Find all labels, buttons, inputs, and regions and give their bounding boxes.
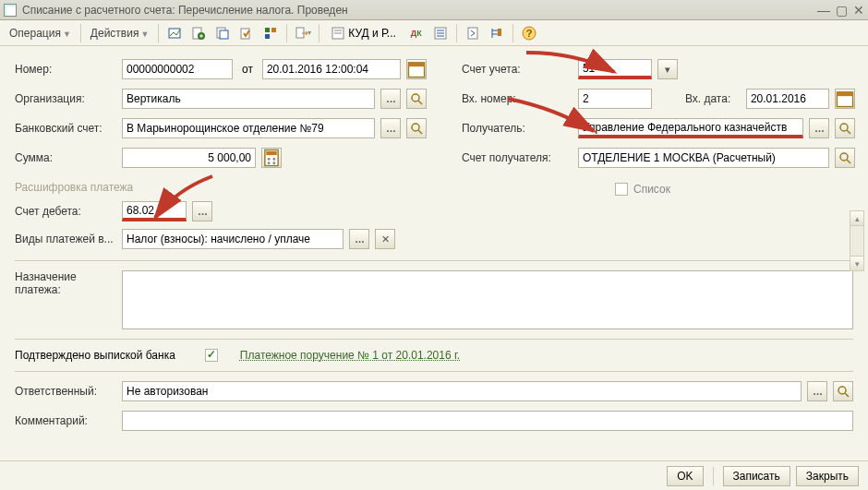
svg-point-39 — [840, 124, 848, 131]
pay-types-clear-button[interactable]: ✕ — [375, 229, 395, 249]
menu-actions[interactable]: Действия▼ — [87, 25, 153, 42]
tbtn-tree-icon[interactable] — [487, 23, 507, 43]
tbtn-dk-icon[interactable]: ДК — [406, 23, 427, 43]
form-content: Номер: от Организация: Банковский счет: … — [0, 46, 868, 440]
svg-point-35 — [268, 161, 271, 164]
sum-field[interactable] — [122, 148, 256, 168]
write-button[interactable]: Записать — [723, 466, 790, 486]
rec-account-field[interactable] — [578, 148, 829, 168]
account-dropdown-button[interactable]: ▾ — [657, 59, 678, 79]
window-title: Списание с расчетного счета: Перечислени… — [22, 4, 817, 17]
date-calendar-button[interactable] — [406, 59, 427, 79]
pay-types-label: Виды платежей в... — [15, 233, 116, 245]
tbtn-register-icon[interactable] — [430, 23, 451, 43]
svg-rect-32 — [266, 151, 276, 155]
close-form-button[interactable]: Закрыть — [796, 466, 859, 486]
toolbar: Операция▼ Действия▼ ▾ КУД и Р... ДК ? — [0, 20, 868, 46]
confirm-checkbox[interactable] — [205, 349, 218, 362]
pay-types-field[interactable] — [122, 229, 344, 249]
svg-line-30 — [418, 130, 422, 134]
purpose-label: Назначение платежа: — [15, 270, 116, 296]
svg-line-44 — [845, 393, 849, 397]
sum-label: Сумма: — [15, 151, 116, 164]
comment-label: Комментарий: — [15, 414, 116, 427]
org-lookup-button[interactable] — [380, 89, 401, 109]
rec-account-label: Счет получателя: — [462, 151, 573, 164]
tbtn-create-based-icon[interactable]: ▾ — [293, 23, 313, 43]
resp-field[interactable] — [122, 381, 802, 401]
recipient-open-button[interactable] — [835, 118, 855, 138]
tbtn-add-icon[interactable] — [188, 23, 209, 43]
account-field[interactable] — [578, 59, 652, 79]
maximize-button[interactable]: ▢ — [836, 4, 848, 17]
in-num-label: Вх. номер: — [462, 92, 573, 105]
svg-point-29 — [412, 124, 419, 131]
svg-rect-17 — [468, 28, 477, 39]
section-title: Расшифровка платежа — [15, 181, 440, 194]
tbtn-structure-icon[interactable] — [260, 23, 281, 43]
number-field[interactable] — [122, 59, 233, 79]
in-date-label: Вх. дата: — [685, 92, 741, 105]
svg-line-40 — [847, 130, 850, 134]
bank-lookup-button[interactable] — [380, 118, 401, 138]
debit-lookup-button[interactable] — [192, 201, 212, 221]
svg-line-42 — [847, 160, 850, 163]
svg-point-33 — [268, 158, 271, 161]
minimize-button[interactable]: — — [817, 4, 830, 17]
footer-bar: OK Записать Закрыть — [0, 460, 868, 490]
debit-field[interactable] — [122, 201, 187, 221]
resp-lookup-button[interactable] — [807, 381, 827, 401]
recipient-field[interactable] — [578, 118, 803, 138]
confirm-label: Подтверждено выпиской банка — [15, 349, 175, 362]
svg-rect-26 — [408, 63, 424, 66]
svg-rect-6 — [265, 28, 270, 32]
from-label: от — [242, 63, 253, 76]
svg-point-27 — [412, 94, 419, 102]
resp-open-button[interactable] — [833, 381, 853, 401]
debit-label: Счет дебета: — [15, 205, 116, 218]
svg-rect-7 — [271, 28, 276, 32]
date-field[interactable] — [262, 59, 401, 79]
org-field[interactable] — [122, 89, 375, 109]
tbtn-post-icon[interactable] — [236, 23, 257, 43]
svg-rect-21 — [498, 29, 501, 32]
in-num-field[interactable] — [578, 89, 652, 109]
rec-account-open-button[interactable] — [835, 148, 855, 168]
ok-button[interactable]: OK — [667, 466, 703, 486]
svg-rect-22 — [498, 32, 501, 36]
window-titlebar: Списание с расчетного счета: Перечислени… — [0, 0, 868, 20]
in-date-field[interactable] — [746, 89, 829, 109]
menu-operation[interactable]: Операция▼ — [6, 25, 75, 42]
tbtn-provedenie-icon[interactable] — [164, 23, 185, 43]
sum-calc-button[interactable] — [261, 148, 282, 168]
list-checkbox[interactable] — [615, 183, 628, 196]
account-label: Счет учета: — [462, 63, 573, 76]
recipient-lookup-button[interactable] — [809, 118, 829, 138]
tbtn-help-icon[interactable]: ? — [519, 23, 539, 43]
number-label: Номер: — [15, 63, 116, 76]
tbtn-kud[interactable]: КУД и Р... — [325, 23, 402, 43]
svg-rect-4 — [220, 30, 228, 39]
org-open-button[interactable] — [406, 89, 427, 109]
tbtn-copy-icon[interactable] — [212, 23, 233, 43]
bank-open-button[interactable] — [406, 118, 427, 138]
svg-point-41 — [840, 153, 848, 161]
tbtn-expand-icon[interactable] — [463, 23, 483, 43]
close-button[interactable]: ✕ — [853, 4, 864, 17]
resp-label: Ответственный: — [15, 385, 116, 398]
svg-line-28 — [418, 101, 422, 104]
in-date-calendar-button[interactable] — [835, 89, 855, 109]
section-scrollbar[interactable]: ▴▾ — [850, 210, 864, 271]
purpose-field[interactable] — [122, 270, 853, 329]
svg-text:?: ? — [525, 28, 532, 39]
comment-field[interactable] — [122, 411, 853, 431]
list-label: Список — [633, 183, 670, 196]
payment-order-link[interactable]: Платежное поручение № 1 от 20.01.2016 г. — [240, 349, 460, 362]
bank-field[interactable] — [122, 118, 375, 138]
bank-label: Банковский счет: — [15, 122, 116, 135]
svg-rect-8 — [265, 34, 270, 39]
svg-rect-38 — [837, 92, 852, 96]
svg-point-34 — [272, 158, 275, 161]
pay-types-lookup-button[interactable] — [349, 229, 369, 249]
window-icon — [4, 4, 17, 17]
